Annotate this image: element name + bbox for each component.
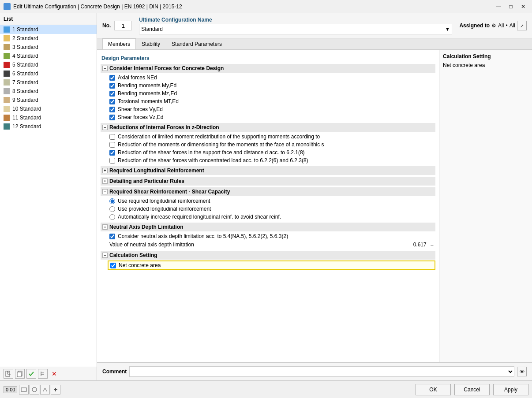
section-label-detailing: Detailing and Particular Rules [109, 178, 184, 184]
indicator-btn-1[interactable] [19, 385, 29, 394]
section-header-long_reinf[interactable]: +Required Longitudinal Reinforcement [101, 166, 435, 175]
section-header-shear_reinf[interactable]: −Required Shear Reinforcement - Shear Ca… [101, 187, 435, 196]
indicator-btn-2[interactable] [30, 385, 39, 394]
section-header-calc_setting[interactable]: −Calculation Setting [101, 251, 435, 260]
checkbox-0[interactable] [110, 263, 116, 268]
checkbox-label-1: Bending moments My,Ed [118, 82, 176, 89]
checkbox-label-0: Consider neutral axis depth limitation a… [118, 233, 288, 239]
titlebar: Edit Ultimate Configuration | Concrete D… [0, 0, 532, 13]
expand-btn-neutral_axis[interactable]: − [102, 224, 108, 230]
section-label-internal_forces: Consider Internal Forces for Concrete De… [109, 65, 224, 71]
sidebar-item-label: 4 Standard [12, 53, 38, 59]
new-config-button[interactable] [4, 369, 13, 379]
checkbox-input-1[interactable] [109, 83, 115, 89]
checkbox-label-2: Bending moments Mz,Ed [118, 90, 177, 97]
radio-input-1[interactable] [109, 206, 115, 212]
sidebar-item-6[interactable]: 6 Standard [0, 69, 97, 78]
minimize-button[interactable]: — [493, 2, 504, 11]
checkbox-input-2[interactable] [109, 150, 115, 156]
radio-label-2: Automatically increase required longitud… [118, 214, 281, 220]
sidebar-item-11[interactable]: 11 Standard [0, 113, 97, 122]
checkbox-input-0[interactable] [109, 75, 115, 81]
checkbox-input-1[interactable] [109, 142, 115, 148]
checkbox-label-0: Consideration of limited moment redistri… [118, 134, 320, 140]
copy-config-button[interactable] [15, 369, 25, 379]
cancel-button[interactable]: Cancel [454, 384, 490, 395]
value-unit-1: -- [431, 242, 434, 247]
section-header-detailing[interactable]: +Detailing and Particular Rules [101, 177, 435, 186]
indicator-btn-4[interactable] [51, 385, 60, 394]
checkbox-input-5[interactable] [109, 115, 115, 120]
close-button[interactable]: ✕ [518, 2, 528, 11]
sidebar-item-2[interactable]: 2 Standard [0, 34, 97, 43]
sidebar-header: List [0, 13, 97, 25]
svg-rect-9 [21, 388, 26, 391]
right-panel: No. Ultimate Configuration Name Standard… [97, 13, 532, 380]
indicator-btn-3[interactable] [40, 385, 50, 394]
tab-stability[interactable]: Stability [136, 38, 166, 49]
config-name-dropdown[interactable]: Standard ▼ [139, 24, 452, 34]
expand-btn-reductions[interactable]: − [102, 125, 108, 130]
checkbox-label-5: Shear forces Vz,Ed [118, 114, 163, 120]
sidebar-item-1[interactable]: 1 Standard [0, 25, 97, 34]
sidebar-item-12[interactable]: 12 Standard [0, 122, 97, 131]
maximize-button[interactable]: □ [506, 2, 516, 11]
assigned-edit-button[interactable]: ↗ [517, 21, 527, 30]
section-header-neutral_axis[interactable]: −Neutral Axis Depth Limitation [101, 223, 435, 231]
calculation-sidebar: Calculation Setting Net concrete area [439, 50, 532, 362]
sidebar-list: 1 Standard2 Standard3 Standard4 Standard… [0, 25, 97, 367]
section-shear_reinf: −Required Shear Reinforcement - Shear Ca… [101, 187, 435, 221]
sidebar-item-7[interactable]: 7 Standard [0, 78, 97, 87]
calc-sidebar-title: Calculation Setting [443, 53, 528, 60]
calc-sidebar-content: Net concrete area [443, 62, 528, 68]
expand-btn-shear_reinf[interactable]: − [102, 189, 108, 194]
apply-button[interactable]: Apply [493, 384, 528, 395]
config-header: No. Ultimate Configuration Name Standard… [97, 13, 532, 38]
check-config-button[interactable] [26, 369, 36, 379]
radio-row-0: Use required longitudinal reinforcement [108, 197, 435, 205]
section-label-reductions: Reductions of Internal Forces in z-Direc… [109, 124, 219, 130]
radio-row-1: Use provided longitudinal reinforcement [108, 205, 435, 213]
checkbox-label-4: Shear forces Vy,Ed [118, 106, 163, 112]
comment-edit-button[interactable]: 👁 [517, 367, 527, 376]
section-header-reductions[interactable]: −Reductions of Internal Forces in z-Dire… [101, 123, 435, 132]
checkbox-input-4[interactable] [109, 107, 115, 112]
expand-btn-detailing[interactable]: + [102, 179, 108, 184]
radio-input-0[interactable] [109, 198, 115, 204]
checkbox-input-0[interactable] [109, 234, 115, 239]
sidebar-item-9[interactable]: 9 Standard [0, 96, 97, 104]
radio-label-1: Use provided longitudinal reinforcement [118, 206, 211, 212]
sidebar-item-5[interactable]: 5 Standard [0, 60, 97, 69]
sidebar-item-8[interactable]: 8 Standard [0, 87, 97, 96]
delete-config-button[interactable]: ✕ [49, 369, 59, 379]
section-label-calc_setting: Calculation Setting [109, 252, 157, 258]
radio-row-2: Automatically increase required longitud… [108, 213, 435, 221]
checkbox-input-3[interactable] [109, 99, 115, 104]
color-swatch [4, 53, 10, 59]
tree-config-button[interactable] [38, 369, 48, 379]
design-params-header: Design Parameters [101, 53, 435, 64]
checkbox-input-2[interactable] [109, 91, 115, 97]
checkbox-input-3[interactable] [109, 158, 115, 164]
radio-input-2[interactable] [109, 214, 115, 220]
sidebar-item-3[interactable]: 3 Standard [0, 43, 97, 52]
sidebar-item-4[interactable]: 4 Standard [0, 52, 97, 60]
checkbox-label-0: Net concrete area [119, 262, 161, 268]
expand-btn-long_reinf[interactable]: + [102, 168, 108, 173]
comment-dropdown[interactable] [129, 366, 514, 377]
ok-button[interactable]: OK [416, 384, 451, 395]
tab-members[interactable]: Members [102, 38, 136, 49]
expand-btn-calc_setting[interactable]: − [102, 253, 108, 258]
tab-standard_params[interactable]: Standard Parameters [166, 38, 228, 49]
expand-btn-internal_forces[interactable]: − [102, 66, 108, 71]
design-params-title: Design Parameters [101, 55, 150, 61]
bottom-left: 0.00 [4, 385, 60, 394]
checkbox-row-2: Reduction of the shear forces in the sup… [108, 149, 435, 156]
sidebar-item-label: 5 Standard [12, 62, 38, 68]
assigned-section: Assigned to ⚙ All • All ↗ [459, 21, 527, 30]
checkbox-input-0[interactable] [109, 134, 115, 140]
section-header-internal_forces[interactable]: −Consider Internal Forces for Concrete D… [101, 64, 435, 73]
sidebar-item-10[interactable]: 10 Standard [0, 104, 97, 113]
sidebar-item-label: 2 Standard [12, 35, 38, 41]
config-number-input[interactable] [114, 21, 132, 30]
